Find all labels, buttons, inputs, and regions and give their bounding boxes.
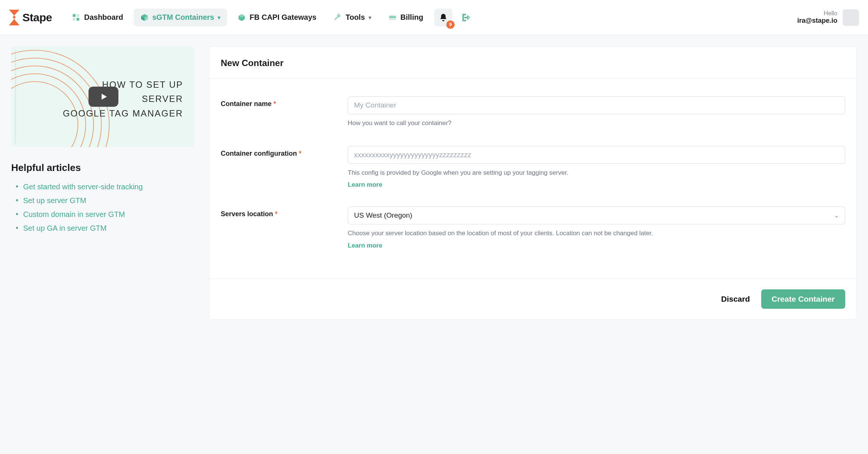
servers-location-select[interactable]: US West (Oregon) ⌄ <box>348 206 845 224</box>
nav-sgtm-label: sGTM Containers <box>152 13 214 22</box>
user-greeting: Hello <box>797 10 837 17</box>
nav-dashboard-label: Dashboard <box>84 13 123 22</box>
servers-location-hint: Choose your server location based on the… <box>348 229 845 238</box>
container-config-hint: This config is provided by Google when y… <box>348 168 845 178</box>
bell-icon <box>439 13 447 22</box>
nav-dashboard[interactable]: Dashboard <box>65 9 130 26</box>
create-container-button[interactable]: Create Container <box>761 289 845 309</box>
user-menu[interactable]: Hello ira@stape.io <box>797 9 859 26</box>
article-link[interactable]: Set up GA in server GTM <box>23 224 106 232</box>
nav-fbcapi-label: FB CAPI Gateways <box>249 13 316 22</box>
container-config-input[interactable] <box>348 146 845 164</box>
card-icon <box>388 13 397 22</box>
list-item: Custom domain in server GTM <box>18 210 194 219</box>
nav-billing-label: Billing <box>400 13 423 22</box>
video-title: HOW TO SET UP SERVER GOOGLE TAG MANAGER <box>63 78 183 121</box>
nav-sgtm-containers[interactable]: sGTM Containers ▾ <box>134 9 227 26</box>
nav-billing[interactable]: Billing <box>382 9 430 26</box>
play-icon <box>99 92 108 101</box>
svg-rect-1 <box>73 14 75 16</box>
nav-fb-capi[interactable]: FB CAPI Gateways <box>231 9 323 26</box>
brand-mark-icon <box>9 10 20 25</box>
top-bar: Stape Dashboard sGTM Containers ▾ <box>0 0 868 35</box>
list-item: Set up server GTM <box>18 196 194 205</box>
svg-marker-17 <box>102 94 107 100</box>
servers-location-value: US West (Oregon) <box>354 211 412 220</box>
svg-marker-0 <box>9 10 19 25</box>
main-nav: Dashboard sGTM Containers ▾ FB CAPI Gate… <box>65 9 430 26</box>
avatar <box>843 9 859 26</box>
articles-list: Get started with server-side tracking Se… <box>11 183 194 233</box>
container-name-input[interactable] <box>348 96 845 114</box>
svg-rect-11 <box>389 16 396 18</box>
chevron-down-icon: ⌄ <box>834 212 839 218</box>
main-panel: New Container Container name * How you w… <box>209 46 857 320</box>
article-link[interactable]: Set up server GTM <box>23 196 86 205</box>
video-card[interactable]: HOW TO SET UP SERVER GOOGLE TAG MANAGER <box>11 46 194 147</box>
article-link[interactable]: Custom domain in server GTM <box>23 210 125 218</box>
articles-heading: Helpful articles <box>11 162 194 174</box>
user-email: ira@stape.io <box>797 17 837 25</box>
nav-tools-label: Tools <box>345 13 365 22</box>
list-item: Set up GA in server GTM <box>18 224 194 233</box>
chevron-down-icon: ▾ <box>369 15 371 21</box>
play-button[interactable] <box>89 87 118 107</box>
logout-icon <box>461 13 470 22</box>
learn-more-config-link[interactable]: Learn more <box>348 181 382 189</box>
svg-rect-3 <box>73 18 75 20</box>
dashboard-icon <box>72 13 80 22</box>
discard-button[interactable]: Discard <box>721 295 750 304</box>
chevron-down-icon: ▾ <box>218 15 220 21</box>
svg-rect-2 <box>77 14 79 16</box>
notifications-button[interactable]: 9 <box>434 9 452 27</box>
notification-badge: 9 <box>446 21 455 29</box>
cube-icon <box>140 13 149 22</box>
page-title: New Container <box>221 58 845 68</box>
brand-logo[interactable]: Stape <box>9 10 52 25</box>
article-link[interactable]: Get started with server-side tracking <box>23 183 143 191</box>
learn-more-location-link[interactable]: Learn more <box>348 242 382 249</box>
container-name-hint: How you want to call your container? <box>348 119 845 128</box>
list-item: Get started with server-side tracking <box>18 183 194 191</box>
wrench-icon <box>334 13 342 22</box>
help-sidebar: HOW TO SET UP SERVER GOOGLE TAG MANAGER … <box>11 46 194 238</box>
svg-rect-4 <box>77 18 79 20</box>
container-config-label: Container configuration * <box>221 150 301 157</box>
hex-icon <box>238 13 246 22</box>
container-name-label: Container name * <box>221 100 276 108</box>
servers-location-label: Servers location * <box>221 210 278 218</box>
nav-tools[interactable]: Tools ▾ <box>327 9 378 26</box>
brand-name: Stape <box>22 11 52 24</box>
logout-button[interactable] <box>457 9 475 27</box>
